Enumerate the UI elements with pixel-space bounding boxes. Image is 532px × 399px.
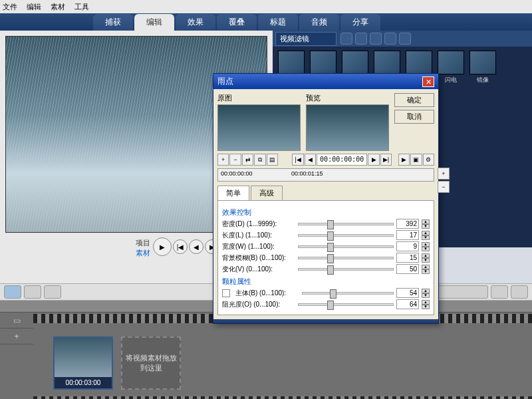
timecode-field[interactable]: 00:00:00:00	[317, 154, 367, 166]
kf-next-icon[interactable]: ▶	[368, 154, 379, 166]
kf-add-icon[interactable]: +	[217, 154, 229, 166]
ok-button[interactable]: 确定	[394, 93, 434, 107]
filmstrip-bottom	[33, 396, 532, 399]
filter-item[interactable]: 闪电	[436, 51, 466, 84]
density-spinner[interactable]: ▲▼	[422, 219, 430, 229]
menu-tools[interactable]: 工具	[74, 2, 89, 12]
bgblur-field[interactable]	[396, 253, 419, 263]
opacity-field[interactable]	[396, 299, 419, 309]
original-label: 原图	[217, 93, 301, 103]
expand-icon[interactable]	[399, 33, 411, 45]
step-tabs: 捕获 编辑 效果 覆叠 标题 音频 分享	[0, 13, 532, 31]
ruler-start: 00:00:00:00	[221, 170, 253, 177]
audio-view-button[interactable]	[44, 285, 61, 299]
bgblur-label: 背景模糊(B) (0...100):	[222, 253, 295, 263]
zoom-out-icon[interactable]: −	[438, 181, 450, 193]
body-slider[interactable]	[302, 292, 394, 295]
folder-icon[interactable]	[340, 33, 352, 45]
tab-share[interactable]: 分享	[340, 14, 380, 31]
library-bar: 视频滤镜	[273, 31, 532, 47]
width-field[interactable]	[396, 241, 419, 251]
label-project: 项目	[136, 238, 150, 248]
play-device-icon[interactable]: ▣	[410, 154, 422, 166]
prev-frame-button[interactable]: ◀	[189, 239, 203, 254]
timeline-view-button[interactable]	[24, 285, 41, 299]
tab-capture[interactable]: 捕获	[93, 14, 133, 31]
density-field[interactable]	[396, 219, 419, 229]
library-category-select[interactable]: 视频滤镜	[275, 32, 336, 46]
track-video-icon[interactable]: ▭	[0, 313, 33, 329]
kf-last-icon[interactable]: ▶|	[380, 154, 392, 166]
group-particle: 颗粒属性	[222, 277, 430, 287]
go-start-button[interactable]: |◀	[173, 239, 188, 254]
keyframe-ruler[interactable]: 00:00:00:00 00:00:01:15 + −	[217, 168, 434, 182]
bgblur-spinner[interactable]: ▲▼	[422, 253, 430, 263]
storyboard-track[interactable]: 00:00:03:00 将视频素材拖放到这里	[33, 323, 532, 390]
label-clip[interactable]: 素材	[136, 248, 150, 258]
dialog-footer	[213, 319, 438, 323]
body-checkbox[interactable]	[222, 289, 230, 297]
kf-copy-icon[interactable]: ⧉	[254, 154, 265, 166]
menu-clip[interactable]: 素材	[51, 2, 65, 12]
kf-prev-icon[interactable]: ◀	[305, 154, 316, 166]
fit-button[interactable]	[491, 285, 508, 299]
density-slider[interactable]	[298, 223, 394, 225]
clip-thumbnail[interactable]: 00:00:03:00	[53, 336, 113, 390]
opacity-spinner[interactable]: ▲▼	[422, 300, 430, 309]
play-button[interactable]: ▶	[153, 237, 172, 256]
storyboard-view-button[interactable]	[4, 285, 21, 299]
keyframe-toolbar: + − ⇄ ⧉ ▤ |◀ ◀ 00:00:00:00 ▶ ▶| ▶ ▣ ⚙	[217, 154, 434, 166]
length-spinner[interactable]: ▲▼	[422, 231, 430, 240]
cancel-button[interactable]: 取消	[394, 110, 434, 124]
length-slider[interactable]	[298, 234, 394, 237]
ruler-mid: 00:00:01:15	[291, 170, 323, 177]
dialog-title: 雨点	[217, 76, 233, 87]
sort-icon[interactable]	[355, 33, 367, 45]
drop-target[interactable]: 将视频素材拖放到这里	[121, 336, 181, 390]
tab-overlay[interactable]: 覆叠	[217, 14, 257, 31]
play-icon[interactable]: ▶	[398, 154, 410, 166]
menu-file[interactable]: 文件	[3, 2, 17, 12]
width-spinner[interactable]: ▲▼	[422, 242, 430, 251]
refresh-icon[interactable]	[384, 33, 396, 45]
kf-reverse-icon[interactable]: ⇄	[242, 154, 253, 166]
density-label: 密度(D) (1...9999):	[222, 219, 295, 229]
menubar: 文件 编辑 素材 工具	[0, 0, 532, 13]
group-effect-control: 效果控制	[222, 207, 430, 217]
close-button[interactable]: ✕	[422, 76, 434, 87]
kf-del-icon[interactable]: −	[229, 154, 241, 166]
length-field[interactable]	[396, 230, 419, 240]
body-spinner[interactable]: ▲▼	[422, 289, 430, 298]
kf-first-icon[interactable]: |◀	[292, 154, 303, 166]
original-preview[interactable]	[217, 104, 301, 151]
filter-item[interactable]: 镜像	[468, 51, 497, 84]
kf-paste-icon[interactable]: ▤	[267, 154, 278, 166]
bgblur-slider[interactable]	[298, 257, 394, 259]
tab-advanced[interactable]: 高级	[251, 186, 283, 200]
variation-label: 变化(V) (0...100):	[222, 265, 295, 274]
result-preview[interactable]	[306, 104, 389, 151]
view-icon[interactable]	[370, 33, 382, 45]
variation-spinner[interactable]: ▲▼	[422, 265, 430, 274]
opacity-label: 阻光度(O) (0...100):	[222, 300, 295, 309]
tab-audio[interactable]: 音频	[299, 14, 339, 31]
body-field[interactable]	[396, 288, 419, 298]
variation-slider[interactable]	[298, 268, 394, 271]
menu-edit[interactable]: 编辑	[27, 2, 41, 12]
opacity-slider[interactable]	[298, 303, 394, 306]
settings-icon[interactable]: ⚙	[423, 154, 434, 166]
preview-label: 预览	[306, 93, 389, 103]
width-slider[interactable]	[298, 245, 394, 248]
tab-effect[interactable]: 效果	[176, 14, 215, 31]
zoom-in-icon[interactable]: +	[438, 168, 450, 180]
tab-edit[interactable]: 编辑	[134, 14, 174, 31]
variation-field[interactable]	[396, 264, 419, 274]
tab-simple[interactable]: 简单	[217, 186, 249, 200]
params-panel: 效果控制 密度(D) (1...9999):▲▼ 长度(L) (1...100)…	[217, 201, 434, 315]
clip-duration: 00:00:03:00	[55, 377, 112, 388]
dialog-titlebar[interactable]: 雨点 ✕	[213, 74, 438, 89]
clip-image	[55, 338, 112, 377]
tab-title[interactable]: 标题	[258, 14, 298, 31]
track-plus-icon[interactable]: +	[0, 329, 33, 344]
tool-button[interactable]	[511, 285, 528, 299]
